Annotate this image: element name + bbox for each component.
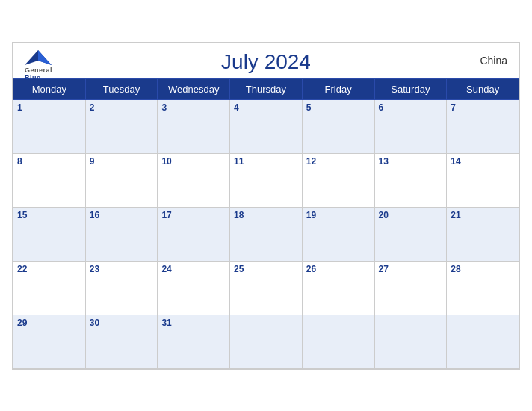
weekday-friday: Friday — [302, 78, 374, 99]
weekday-sunday: Sunday — [447, 78, 519, 99]
day-number: 24 — [161, 264, 171, 274]
svg-marker-1 — [38, 50, 52, 65]
calendar-day-cell: 4 — [230, 99, 303, 153]
day-number: 25 — [234, 264, 244, 274]
day-number: 28 — [451, 264, 460, 274]
day-number: 2 — [90, 102, 95, 113]
day-number: 14 — [451, 156, 460, 167]
calendar-day-cell: 25 — [230, 261, 303, 315]
calendar-container: General Blue July 2024 China Monday Tues… — [12, 42, 520, 370]
calendar-day-cell — [374, 315, 447, 368]
calendar-day-cell — [230, 315, 303, 368]
day-number: 8 — [17, 156, 22, 167]
weekday-tuesday: Tuesday — [85, 78, 158, 99]
calendar-day-cell: 11 — [230, 153, 303, 207]
day-number: 11 — [234, 156, 244, 167]
calendar-week-row: 1234567 — [13, 99, 519, 153]
logo-wrapper: General Blue — [25, 49, 52, 83]
calendar-day-cell: 22 — [13, 261, 86, 315]
day-number: 19 — [306, 210, 316, 220]
logo-general-text: General — [25, 67, 52, 75]
day-number: 21 — [451, 210, 460, 220]
day-number: 27 — [379, 264, 389, 274]
calendar-day-cell: 28 — [447, 261, 519, 315]
weekday-header-row: Monday Tuesday Wednesday Thursday Friday… — [13, 78, 519, 99]
calendar-day-cell: 7 — [447, 99, 519, 153]
calendar-day-cell: 18 — [230, 207, 303, 261]
day-number: 15 — [17, 210, 27, 220]
day-number: 7 — [451, 102, 456, 113]
day-number: 13 — [379, 156, 389, 167]
calendar-day-cell: 31 — [158, 315, 230, 368]
day-number: 17 — [161, 210, 171, 220]
calendar-day-cell: 14 — [447, 153, 519, 207]
day-number: 26 — [306, 264, 316, 274]
day-number: 22 — [17, 264, 27, 274]
calendar-day-cell — [447, 315, 519, 368]
calendar-day-cell: 10 — [158, 153, 230, 207]
calendar-day-cell: 29 — [13, 315, 86, 368]
country-label: China — [480, 55, 507, 67]
calendar-day-cell: 27 — [374, 261, 447, 315]
calendar-day-cell: 16 — [85, 207, 158, 261]
day-number: 9 — [90, 156, 95, 167]
weekday-wednesday: Wednesday — [158, 78, 230, 99]
calendar-day-cell: 9 — [85, 153, 158, 207]
calendar-day-cell: 17 — [158, 207, 230, 261]
calendar-header: General Blue July 2024 China — [13, 43, 519, 78]
day-number: 10 — [161, 156, 171, 167]
calendar-day-cell: 26 — [302, 261, 374, 315]
logo-blue-text: Blue — [25, 74, 41, 82]
day-number: 3 — [161, 102, 167, 113]
calendar-day-cell: 19 — [302, 207, 374, 261]
calendar-day-cell: 6 — [374, 99, 447, 153]
calendar-table: Monday Tuesday Wednesday Thursday Friday… — [13, 78, 519, 369]
calendar-day-cell: 13 — [374, 153, 447, 207]
weekday-saturday: Saturday — [374, 78, 447, 99]
day-number: 1 — [17, 102, 22, 113]
calendar-day-cell: 15 — [13, 207, 86, 261]
day-number: 20 — [379, 210, 389, 220]
day-number: 30 — [90, 318, 99, 328]
weekday-thursday: Thursday — [230, 78, 303, 99]
day-number: 18 — [234, 210, 244, 220]
calendar-day-cell: 1 — [13, 99, 86, 153]
calendar-day-cell: 24 — [158, 261, 230, 315]
calendar-body: 1234567891011121314151617181920212223242… — [13, 99, 519, 368]
calendar-day-cell: 8 — [13, 153, 86, 207]
calendar-day-cell: 2 — [85, 99, 158, 153]
calendar-day-cell: 23 — [85, 261, 158, 315]
calendar-day-cell: 30 — [85, 315, 158, 368]
day-number: 5 — [306, 102, 312, 113]
calendar-week-row: 22232425262728 — [13, 261, 519, 315]
logo-bird-icon — [25, 49, 52, 67]
day-number: 4 — [234, 102, 239, 113]
calendar-day-cell: 5 — [302, 99, 374, 153]
day-number: 16 — [90, 210, 99, 220]
month-title: July 2024 — [221, 50, 311, 74]
calendar-day-cell: 3 — [158, 99, 230, 153]
calendar-day-cell — [302, 315, 374, 368]
calendar-week-row: 15161718192021 — [13, 207, 519, 261]
logo-area: General Blue — [25, 49, 52, 83]
calendar-day-cell: 21 — [447, 207, 519, 261]
day-number: 6 — [379, 102, 384, 113]
day-number: 31 — [161, 318, 171, 328]
day-number: 29 — [17, 318, 27, 328]
day-number: 12 — [306, 156, 316, 167]
calendar-week-row: 293031 — [13, 315, 519, 368]
calendar-day-cell: 20 — [374, 207, 447, 261]
day-number: 23 — [90, 264, 99, 274]
calendar-week-row: 891011121314 — [13, 153, 519, 207]
calendar-day-cell: 12 — [302, 153, 374, 207]
